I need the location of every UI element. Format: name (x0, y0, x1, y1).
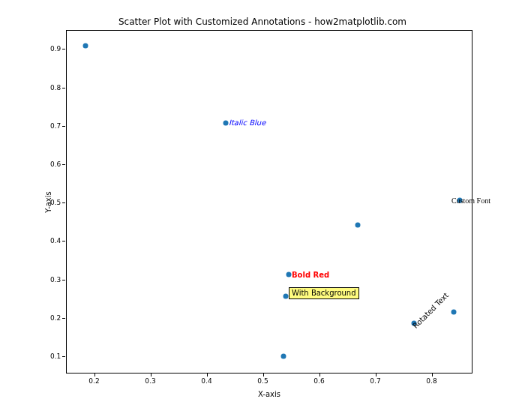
x-tick-label: 0.6 (314, 377, 324, 385)
y-tick-label: 0.2 (50, 314, 61, 322)
annotation-italic-blue: Italic Blue (229, 119, 266, 127)
x-tick-mark (207, 374, 208, 376)
x-axis-label: X-axis (66, 390, 472, 398)
x-tick-mark (263, 374, 264, 376)
x-tick-label: 0.8 (426, 377, 436, 385)
y-tick-mark (62, 126, 65, 127)
x-tick-label: 0.2 (88, 377, 99, 385)
y-tick-label: 0.7 (50, 122, 61, 130)
x-tick-label: 0.4 (201, 377, 212, 385)
chart-title: Scatter Plot with Customized Annotations… (0, 16, 525, 27)
annotation-with-background: With Background (289, 287, 359, 299)
scatter-point (280, 354, 286, 359)
scatter-point (452, 309, 457, 314)
annotation-custom-font: Custom Font (452, 197, 490, 205)
scatter-point (223, 120, 228, 125)
y-tick-mark (62, 356, 65, 357)
x-tick-mark (320, 374, 320, 376)
y-tick-label: 0.4 (50, 237, 61, 244)
y-tick-label: 0.6 (50, 160, 61, 168)
scatter-point (286, 272, 291, 278)
x-tick-mark (432, 374, 433, 376)
x-tick-label: 0.7 (370, 377, 380, 385)
y-tick-mark (62, 318, 65, 319)
annotation-rotated-text: Rotated Text (412, 292, 450, 330)
y-tick-mark (62, 88, 65, 88)
y-tick-mark (62, 280, 65, 280)
y-tick-mark (62, 49, 65, 50)
axes-area: Bold Red Italic Blue With Background Rot… (66, 30, 472, 374)
scatter-point (82, 44, 88, 49)
x-tick-label: 0.5 (257, 377, 268, 385)
scatter-point (355, 223, 360, 228)
y-tick-mark (62, 202, 65, 203)
y-tick-label: 0.1 (50, 352, 61, 360)
x-tick-mark (376, 374, 376, 376)
annotation-bold-red: Bold Red (292, 272, 329, 279)
scatter-point (283, 294, 288, 299)
y-tick-mark (62, 164, 65, 165)
x-tick-mark (151, 374, 152, 376)
y-tick-label: 0.9 (50, 45, 61, 52)
y-tick-label: 0.3 (50, 276, 61, 284)
figure: Scatter Plot with Customized Annotations… (0, 0, 525, 420)
y-tick-label: 0.8 (50, 84, 61, 92)
y-tick-mark (62, 241, 65, 242)
x-tick-label: 0.3 (145, 377, 155, 385)
x-tick-mark (94, 374, 95, 376)
y-tick-label: 0.5 (50, 199, 61, 206)
